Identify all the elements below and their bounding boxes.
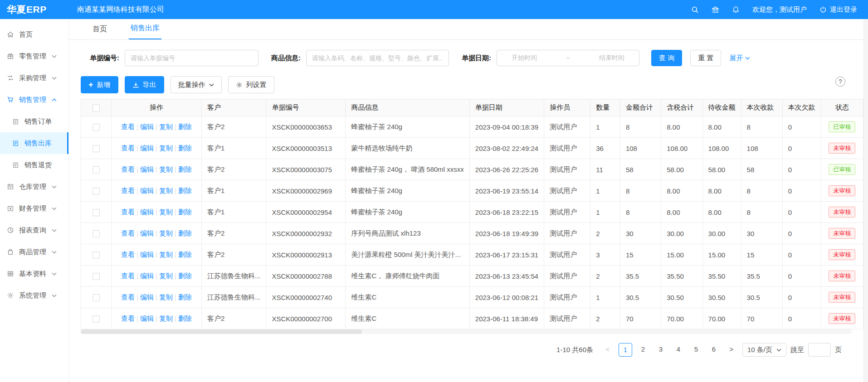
copy-link[interactable]: 复制 — [159, 229, 173, 237]
reset-button[interactable]: 重 置 — [690, 50, 721, 66]
copy-link[interactable]: 复制 — [159, 314, 173, 322]
bell-icon[interactable] — [732, 6, 740, 14]
delete-link[interactable]: 删除 — [178, 123, 192, 131]
delete-link[interactable]: 删除 — [178, 229, 192, 237]
page-size-select[interactable]: 10 条/页 — [742, 343, 786, 357]
page-button-3[interactable]: 3 — [654, 343, 668, 357]
delete-link[interactable]: 删除 — [178, 272, 192, 280]
edit-link[interactable]: 编辑 — [140, 144, 154, 152]
row-checkbox[interactable] — [93, 251, 100, 259]
sidebar-item-sales-order[interactable]: 销售订单 — [0, 111, 68, 132]
tab-home[interactable]: 首页 — [91, 24, 109, 39]
page-button-1[interactable]: 1 — [619, 343, 632, 357]
date-range-picker[interactable]: 开始时间 ~ 结束时间 — [497, 50, 639, 66]
edit-link[interactable]: 编辑 — [140, 165, 154, 173]
bill-no-input[interactable] — [125, 50, 258, 66]
platform-icon[interactable] — [712, 6, 719, 14]
delete-link[interactable]: 删除 — [178, 165, 192, 173]
date-start-placeholder[interactable]: 开始时间 — [512, 54, 537, 62]
next-page-button[interactable]: > — [725, 343, 738, 357]
sidebar-item-sales-return[interactable]: 销售退货 — [0, 154, 68, 176]
delete-link[interactable]: 删除 — [178, 144, 192, 152]
delete-link[interactable]: 删除 — [178, 187, 192, 194]
copy-link[interactable]: 复制 — [159, 208, 173, 216]
cell-number: XSCK00000002932 — [266, 223, 346, 244]
help-icon[interactable]: ? — [835, 77, 845, 87]
sidebar-item-purchase[interactable]: 采购管理 — [0, 67, 68, 89]
copy-link[interactable]: 复制 — [159, 165, 173, 173]
row-checkbox[interactable] — [93, 145, 100, 152]
add-button[interactable]: + 新增 — [81, 76, 118, 93]
table-header-row: 操作客户单据编号商品信息单据日期操作员数量金额合计含税合计待收金额本次收款本次欠… — [81, 99, 863, 116]
sidebar-item-sales-out[interactable]: 销售出库 — [0, 132, 68, 154]
edit-link[interactable]: 编辑 — [140, 187, 154, 194]
tab-sales-outbound[interactable]: 销售出库 — [129, 24, 161, 39]
previous-page-button[interactable]: < — [601, 343, 614, 357]
copy-link[interactable]: 复制 — [159, 123, 173, 131]
edit-link[interactable]: 编辑 — [140, 251, 154, 258]
sidebar-item-sales[interactable]: 销售管理 — [0, 89, 68, 111]
row-checkbox[interactable] — [93, 188, 100, 195]
sidebar-item-basic[interactable]: 基本资料 — [0, 263, 68, 285]
copy-link[interactable]: 复制 — [159, 293, 173, 301]
logout-button[interactable]: 退出登录 — [819, 5, 857, 14]
view-link[interactable]: 查看 — [121, 187, 135, 194]
page-button-2[interactable]: 2 — [636, 343, 650, 357]
vertical-scrollbar[interactable] — [863, 19, 868, 382]
sidebar-item-system[interactable]: 系统管理 — [0, 285, 68, 306]
row-checkbox[interactable] — [93, 273, 100, 280]
edit-link[interactable]: 编辑 — [140, 293, 154, 301]
edit-link[interactable]: 编辑 — [140, 229, 154, 237]
view-link[interactable]: 查看 — [121, 208, 135, 216]
sidebar-item-finance[interactable]: 财务管理 — [0, 198, 68, 219]
view-link[interactable]: 查看 — [121, 251, 135, 258]
select-all-checkbox[interactable] — [93, 105, 100, 112]
sidebar-item-report[interactable]: 报表查询 — [0, 219, 68, 241]
copy-link[interactable]: 复制 — [159, 187, 173, 194]
view-link[interactable]: 查看 — [121, 272, 135, 280]
row-checkbox[interactable] — [93, 209, 100, 216]
page-button-4[interactable]: 4 — [672, 343, 685, 357]
export-button[interactable]: 导出 — [125, 76, 164, 93]
view-link[interactable]: 查看 — [121, 144, 135, 152]
view-link[interactable]: 查看 — [121, 293, 135, 301]
page-button-6[interactable]: 6 — [707, 343, 721, 357]
view-link[interactable]: 查看 — [121, 165, 135, 173]
search-icon[interactable] — [691, 6, 699, 14]
date-end-placeholder[interactable]: 结束时间 — [599, 54, 624, 62]
sidebar-item-goods[interactable]: 商品管理 — [0, 241, 68, 263]
search-button[interactable]: 查 询 — [651, 50, 682, 66]
view-link[interactable]: 查看 — [121, 314, 135, 322]
copy-link[interactable]: 复制 — [159, 144, 173, 152]
sidebar-item-home[interactable]: 首页 — [0, 24, 68, 45]
delete-link[interactable]: 删除 — [178, 293, 192, 301]
edit-link[interactable]: 编辑 — [140, 208, 154, 216]
row-checkbox[interactable] — [93, 315, 100, 323]
edit-link[interactable]: 编辑 — [140, 272, 154, 280]
delete-link[interactable]: 删除 — [178, 314, 192, 322]
row-checkbox[interactable] — [93, 230, 100, 237]
sidebar-item-warehouse[interactable]: 仓库管理 — [0, 176, 68, 198]
page-button-5[interactable]: 5 — [689, 343, 703, 357]
edit-link[interactable]: 编辑 — [140, 123, 154, 131]
delete-link[interactable]: 删除 — [178, 251, 192, 258]
row-checkbox[interactable] — [93, 294, 100, 301]
cell-debt: 0 — [782, 116, 821, 138]
delete-link[interactable]: 删除 — [178, 208, 192, 216]
view-link[interactable]: 查看 — [121, 229, 135, 237]
row-checkbox[interactable] — [93, 124, 100, 131]
sidebar-item-retail[interactable]: 零售管理 — [0, 45, 68, 67]
edit-link[interactable]: 编辑 — [140, 314, 154, 322]
copy-link[interactable]: 复制 — [159, 251, 173, 258]
horizontal-scrollbar[interactable] — [81, 329, 852, 334]
cell-debt: 0 — [782, 223, 821, 244]
scrollbar-thumb[interactable] — [81, 329, 362, 334]
view-link[interactable]: 查看 — [121, 123, 135, 131]
batch-actions-button[interactable]: 批量操作 — [171, 76, 222, 93]
product-info-input[interactable] — [306, 50, 449, 66]
expand-link[interactable]: 展开 — [729, 54, 750, 63]
column-settings-button[interactable]: 列设置 — [228, 76, 274, 93]
jump-page-input[interactable] — [808, 343, 831, 357]
row-checkbox[interactable] — [93, 166, 100, 174]
copy-link[interactable]: 复制 — [159, 272, 173, 280]
